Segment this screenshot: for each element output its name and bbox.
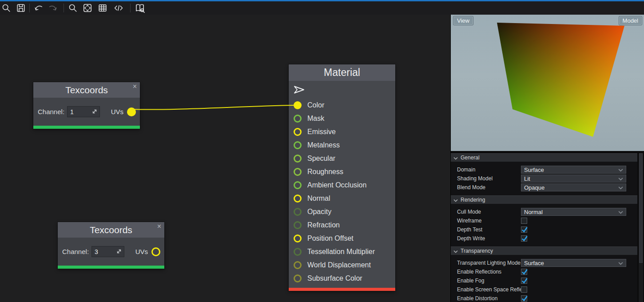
search-icon[interactable]: [1, 3, 12, 13]
property-label: Depth Write: [451, 235, 521, 242]
section-header-rendering[interactable]: Rendering: [451, 195, 637, 204]
material-port-row-position-offset: Position Offset: [289, 232, 395, 245]
enable-distortion-checkbox[interactable]: [521, 295, 527, 302]
material-port-row-subsurface-color: Subsurface Color: [289, 272, 395, 285]
property-row-transparent-lighting-mode: Transparent Lighting ModeSurface: [451, 258, 637, 267]
domain-dropdown[interactable]: Surface: [521, 166, 626, 174]
enable-fog-checkbox[interactable]: [521, 278, 527, 284]
property-label: Enable Reflections: [451, 269, 521, 275]
chevron-down-icon: [618, 208, 623, 216]
depth-test-checkbox[interactable]: [521, 226, 527, 233]
port-mask-icon[interactable]: [294, 115, 302, 123]
collapse-chevron-icon[interactable]: [453, 196, 458, 204]
material-preview-viewport[interactable]: View Model: [451, 15, 644, 151]
uvs-output-port[interactable]: [127, 107, 136, 116]
toolbar-separator: [29, 4, 30, 12]
property-label: Transparent Lighting Mode: [451, 260, 521, 266]
grid-icon[interactable]: [97, 3, 108, 13]
material-output-arrow-icon: [293, 84, 395, 95]
port-subsurface-color-icon[interactable]: [294, 274, 302, 282]
close-icon[interactable]: ×: [157, 223, 161, 230]
save-icon[interactable]: [16, 3, 26, 13]
depth-write-checkbox[interactable]: [521, 235, 527, 242]
undo-icon[interactable]: [33, 3, 44, 13]
port-specular-icon[interactable]: [294, 155, 302, 163]
close-icon[interactable]: ×: [133, 83, 137, 91]
properties-sections: GeneralDomainSurfaceShading ModelLitBlen…: [451, 153, 637, 302]
property-row-enable-distortion: Enable Distortion: [451, 294, 637, 302]
zoom-icon[interactable]: [68, 3, 78, 13]
enable-reflections-checkbox[interactable]: [521, 269, 527, 275]
dropdown-value: Opaque: [524, 184, 618, 191]
port-roughness-icon[interactable]: [294, 168, 302, 176]
collapse-chevron-icon[interactable]: [453, 154, 458, 162]
channel-input[interactable]: 1: [67, 106, 100, 117]
port-label: Ambient Occlusion: [307, 181, 366, 189]
preview-uv-plane: [497, 23, 624, 137]
port-label: Tessellation Multiplier: [307, 248, 375, 256]
view-button[interactable]: View: [453, 16, 473, 25]
wireframe-checkbox[interactable]: [521, 218, 527, 224]
section-title: Rendering: [461, 197, 485, 203]
port-tessellation-multiplier-icon[interactable]: [294, 248, 302, 256]
node-accent-bar: [289, 288, 395, 291]
section-header-general[interactable]: General: [451, 153, 637, 162]
material-port-row-opacity: Opacity: [289, 205, 395, 219]
channel-label: Channel:: [62, 248, 89, 255]
model-button[interactable]: Model: [619, 16, 642, 25]
port-ambient-occlusion-icon[interactable]: [294, 181, 302, 189]
node-title-label: Texcoords: [90, 225, 132, 235]
port-refraction-icon[interactable]: [294, 221, 302, 229]
port-color-icon[interactable]: [294, 101, 302, 109]
transparent-lighting-mode-dropdown[interactable]: Surface: [521, 259, 626, 267]
chevron-down-icon: [618, 259, 623, 267]
node-title-label: Material: [324, 67, 360, 78]
node-graph-canvas[interactable]: Texcoords × Channel: 1 UVs Texcoords: [0, 15, 450, 302]
enable-screen-space-reflections-checkbox[interactable]: [521, 286, 527, 293]
port-normal-icon[interactable]: [294, 195, 302, 203]
node-texcoords-2[interactable]: Texcoords × Channel: 3 UVs: [58, 222, 164, 269]
property-label: Depth Test: [451, 226, 521, 233]
library-search-icon[interactable]: [135, 3, 145, 13]
cull-mode-dropdown[interactable]: Normal: [521, 208, 626, 216]
property-row-depth-write: Depth Write: [451, 234, 637, 243]
material-port-row-color: Color: [289, 99, 395, 112]
scrollbar-thumb[interactable]: [639, 153, 643, 263]
port-label: Metalness: [307, 141, 340, 149]
material-port-row-specular: Specular: [289, 152, 395, 165]
port-emissive-icon[interactable]: [294, 128, 302, 136]
node-accent-bar: [33, 126, 140, 129]
panel-scrollbar[interactable]: [639, 153, 643, 302]
node-title[interactable]: Texcoords ×: [58, 222, 164, 238]
property-label: Enable Screen Space Reflections: [451, 286, 521, 293]
expand-arrow-icon[interactable]: [116, 248, 122, 256]
port-position-offset-icon[interactable]: [294, 234, 302, 242]
port-label: Refraction: [307, 221, 340, 229]
property-label: Shading Model: [451, 175, 521, 182]
port-label: World Displacement: [307, 261, 371, 269]
node-material[interactable]: Material ColorMaskEmissiveMetalnessSpecu…: [289, 64, 395, 291]
node-body: Channel: 1 UVs: [33, 98, 140, 126]
port-label: Position Offset: [307, 234, 354, 242]
port-metalness-icon[interactable]: [294, 141, 302, 149]
material-port-row-world-displacement: World Displacement: [289, 258, 395, 272]
channel-input[interactable]: 3: [91, 246, 124, 257]
expand-arrow-icon[interactable]: [92, 108, 97, 116]
dropdown-value: Surface: [524, 260, 618, 266]
property-row-domain: DomainSurface: [451, 165, 637, 174]
code-icon[interactable]: [113, 3, 124, 13]
port-world-displacement-icon[interactable]: [294, 261, 302, 269]
shading-model-dropdown[interactable]: Lit: [521, 175, 626, 183]
material-editor-window: Texcoords × Channel: 1 UVs Texcoords: [0, 0, 644, 302]
node-title[interactable]: Material: [289, 64, 395, 81]
redo-icon[interactable]: [48, 3, 58, 13]
node-title[interactable]: Texcoords ×: [33, 82, 140, 98]
collapse-chevron-icon[interactable]: [453, 247, 458, 255]
blend-mode-dropdown[interactable]: Opaque: [521, 183, 626, 191]
port-opacity-icon[interactable]: [294, 208, 302, 216]
node-texcoords-1[interactable]: Texcoords × Channel: 1 UVs: [33, 82, 140, 129]
section-header-transparency[interactable]: Transparency: [451, 246, 637, 255]
uvs-output-port[interactable]: [151, 247, 160, 256]
material-port-row-tessellation-multiplier: Tessellation Multiplier: [289, 245, 395, 258]
fit-view-icon[interactable]: [82, 3, 93, 13]
